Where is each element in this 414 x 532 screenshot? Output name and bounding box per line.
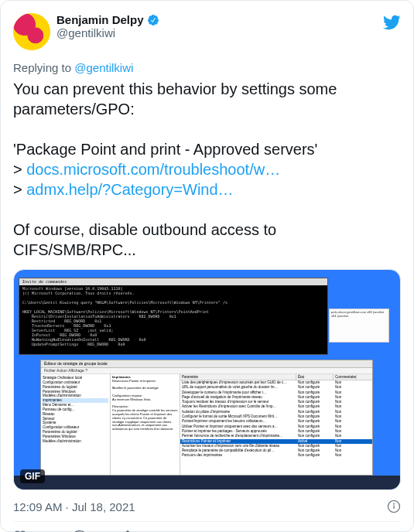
tweet-card: Benjamin Delpy @gentilkiwi Replying to @… <box>0 0 414 532</box>
gp-tree: Stratégie Ordinateur local Configuration… <box>41 374 111 475</box>
gp-description-pane: Imprimantes Restrictions Pointer et Impr… <box>111 374 180 475</box>
user-block: Benjamin Delpy @gentilkiwi <box>56 13 376 39</box>
note-popup: prdc-share.gentilkiwi.com x86 (another x… <box>329 309 389 343</box>
body-line1: You can prevent this behavior by setting… <box>13 80 341 118</box>
display-name[interactable]: Benjamin Delpy <box>56 13 144 26</box>
avatar[interactable] <box>13 13 50 50</box>
taskbar <box>14 476 400 489</box>
verified-badge-icon <box>147 14 159 26</box>
body-line2: 'Package Point and print - Approved serv… <box>13 141 317 158</box>
gp-desc-body: Restrictions Pointer et Imprimer Modifie… <box>112 379 179 431</box>
gp-col-param: Paramètre <box>180 374 296 380</box>
info-icon[interactable] <box>387 500 401 513</box>
desktop-area: Invite de commandes Microsoft Windows [v… <box>19 275 395 471</box>
user-handle[interactable]: @gentilkiwi <box>56 26 376 39</box>
reply-context: Replying to @gentilkiwi <box>13 61 401 74</box>
body-line3: Of course, disable outbound access to CI… <box>13 221 281 258</box>
link2-prefix: > <box>13 181 26 198</box>
timestamp-row: 12:09 AM · Jul 18, 2021 <box>13 500 401 513</box>
cmd-output: Microsoft Windows [version 10.0.19043.11… <box>22 286 324 346</box>
gp-titlebar: Éditeur de stratégie de groupe locale <box>41 360 372 368</box>
gif-badge: GIF <box>20 469 45 483</box>
gp-col-state: État <box>296 374 334 380</box>
cmd-titlebar: Invite de commandes <box>19 278 327 285</box>
tweet-body: You can prevent this behavior by setting… <box>13 79 401 260</box>
body-link1[interactable]: docs.microsoft.com/troubleshoot/w… <box>26 161 280 178</box>
timestamp[interactable]: 12:09 AM · Jul 18, 2021 <box>13 500 135 513</box>
tweet-header: Benjamin Delpy @gentilkiwi <box>13 13 401 50</box>
twitter-logo-icon[interactable] <box>382 13 401 32</box>
reply-prefix: Replying to <box>13 61 74 74</box>
link1-prefix: > <box>13 161 26 178</box>
reply-target-link[interactable]: @gentilkiwi <box>74 61 133 74</box>
tweet-media[interactable]: Invite de commandes Microsoft Windows [v… <box>13 269 401 490</box>
gp-setting-row[interactable]: Parcours des imprimantesNon configuréNon <box>180 453 372 458</box>
group-policy-window: Éditeur de stratégie de groupe locale Fi… <box>40 360 373 476</box>
gp-settings-list: Paramètre État Commentaire Liste des pér… <box>180 374 372 475</box>
gp-menubar: Fichier Action Affichage ? <box>41 368 372 374</box>
body-link2[interactable]: admx.help/?Category=Wind… <box>26 181 233 198</box>
cmd-window: Invite de commandes Microsoft Windows [v… <box>19 278 328 355</box>
gp-tree-item[interactable]: Modèles d'administration <box>43 439 108 444</box>
svg-point-2 <box>393 503 394 504</box>
gp-col-comment: Commentaire <box>334 374 357 380</box>
